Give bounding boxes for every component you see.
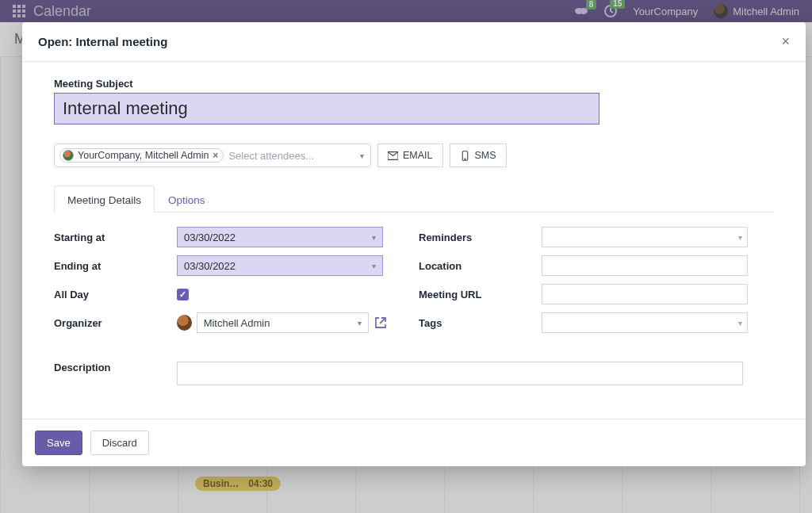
organizer-label: Organizer	[54, 317, 177, 329]
avatar-icon	[63, 150, 74, 161]
chevron-down-icon[interactable]: ▾	[360, 151, 364, 160]
location-label: Location	[419, 260, 542, 272]
ending-date-value: 03/30/2022	[184, 260, 236, 272]
attendee-chip: YourCompany, Mitchell Admin ×	[59, 148, 224, 163]
subject-label: Meeting Subject	[54, 78, 774, 90]
starting-date-value: 03/30/2022	[184, 232, 236, 243]
description-label: Description	[54, 362, 177, 373]
attendees-placeholder: Select attendees...	[228, 150, 314, 162]
starting-label: Starting at	[54, 232, 177, 243]
meeting-url-input[interactable]	[542, 284, 748, 304]
tags-label: Tags	[419, 317, 542, 329]
ending-date-input[interactable]: 03/30/2022 ▾	[177, 255, 383, 276]
location-input[interactable]	[542, 255, 748, 276]
modal-footer: Save Discard	[22, 419, 806, 466]
url-label: Meeting URL	[419, 289, 542, 301]
reminders-input[interactable]: ▾	[542, 227, 748, 247]
tabs: Meeting Details Options	[54, 185, 774, 212]
sms-button-label: SMS	[475, 150, 496, 161]
chevron-down-icon: ▾	[738, 319, 742, 327]
chevron-down-icon: ▾	[738, 233, 742, 242]
chevron-down-icon: ▾	[372, 233, 376, 242]
save-button[interactable]: Save	[35, 431, 82, 455]
organizer-value: Mitchell Admin	[204, 317, 270, 329]
modal-header: Open: Internal meeting ×	[22, 22, 806, 62]
external-link-icon[interactable]	[373, 316, 387, 330]
close-icon[interactable]: ×	[781, 33, 790, 50]
modal-title: Open: Internal meeting	[38, 35, 167, 48]
attendee-chip-label: YourCompany, Mitchell Admin	[78, 150, 209, 161]
tab-meeting-details[interactable]: Meeting Details	[54, 186, 155, 212]
sms-button[interactable]: SMS	[450, 144, 507, 167]
description-input[interactable]	[177, 362, 743, 385]
chevron-down-icon: ▾	[372, 262, 376, 270]
allday-label: All Day	[54, 289, 177, 301]
attendees-field[interactable]: YourCompany, Mitchell Admin × Select att…	[54, 144, 371, 167]
remove-attendee-icon[interactable]: ×	[213, 150, 218, 161]
email-button-label: EMAIL	[403, 150, 433, 161]
reminders-label: Reminders	[419, 232, 542, 243]
chevron-down-icon: ▾	[358, 319, 362, 327]
subject-input[interactable]	[54, 93, 599, 124]
email-button[interactable]: EMAIL	[377, 144, 443, 167]
tags-input[interactable]: ▾	[542, 312, 748, 333]
ending-label: Ending at	[54, 260, 177, 272]
envelope-icon	[388, 151, 398, 161]
event-edit-modal: Open: Internal meeting × Meeting Subject…	[22, 22, 806, 466]
svg-point-4	[464, 158, 465, 159]
avatar-icon	[177, 315, 192, 331]
phone-icon	[460, 151, 470, 161]
starting-date-input[interactable]: 03/30/2022 ▾	[177, 227, 383, 247]
tab-options[interactable]: Options	[155, 186, 219, 212]
organizer-select[interactable]: Mitchell Admin ▾	[197, 312, 370, 333]
discard-button[interactable]: Discard	[90, 431, 149, 455]
allday-checkbox[interactable]	[177, 289, 189, 301]
